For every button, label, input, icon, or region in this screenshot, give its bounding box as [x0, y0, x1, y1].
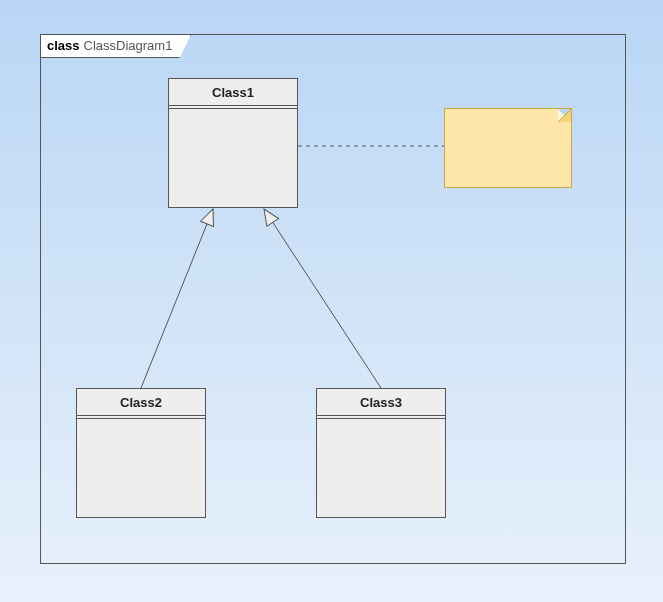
class-box-class3[interactable]: Class3 — [316, 388, 446, 518]
class-separator — [77, 418, 205, 419]
note-note1[interactable] — [444, 108, 572, 188]
diagram-canvas[interactable]: classClassDiagram1 Class1 Class2 Class3 — [0, 0, 663, 602]
class-title: Class2 — [77, 389, 205, 416]
class-separator — [317, 418, 445, 419]
class-separator — [169, 108, 297, 109]
class-box-class1[interactable]: Class1 — [168, 78, 298, 208]
note-fold-icon — [558, 109, 571, 122]
class-title: Class3 — [317, 389, 445, 416]
diagram-frame-tab[interactable]: classClassDiagram1 — [40, 34, 191, 58]
class-box-class2[interactable]: Class2 — [76, 388, 206, 518]
frame-name: ClassDiagram1 — [84, 38, 173, 53]
class-title: Class1 — [169, 79, 297, 106]
frame-keyword: class — [47, 38, 80, 53]
